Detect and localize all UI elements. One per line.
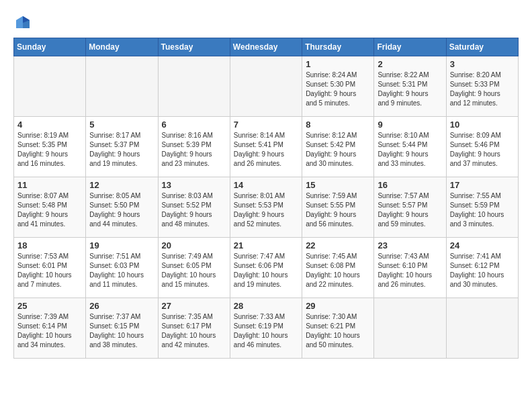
day-number: 23 bbox=[378, 240, 442, 250]
day-info: Sunrise: 7:39 AM Sunset: 6:14 PM Dayligh… bbox=[17, 312, 82, 350]
calendar-cell: 17Sunrise: 7:55 AM Sunset: 5:59 PM Dayli… bbox=[446, 177, 518, 238]
calendar-cell: 6Sunrise: 8:16 AM Sunset: 5:39 PM Daylig… bbox=[158, 117, 230, 177]
calendar-cell: 10Sunrise: 8:09 AM Sunset: 5:46 PM Dayli… bbox=[446, 117, 518, 177]
day-number: 4 bbox=[17, 120, 82, 130]
day-info: Sunrise: 8:03 AM Sunset: 5:52 PM Dayligh… bbox=[162, 191, 226, 229]
calendar-cell: 4Sunrise: 8:19 AM Sunset: 5:35 PM Daylig… bbox=[14, 117, 86, 177]
calendar-cell: 2Sunrise: 8:22 AM Sunset: 5:31 PM Daylig… bbox=[374, 56, 446, 117]
day-number: 20 bbox=[162, 240, 226, 250]
calendar-cell: 9Sunrise: 8:10 AM Sunset: 5:44 PM Daylig… bbox=[374, 117, 446, 177]
calendar-cell: 11Sunrise: 8:07 AM Sunset: 5:48 PM Dayli… bbox=[14, 177, 86, 238]
calendar-week-row: 25Sunrise: 7:39 AM Sunset: 6:14 PM Dayli… bbox=[14, 298, 519, 359]
day-number: 10 bbox=[450, 120, 515, 130]
calendar-header-row: SundayMondayTuesdayWednesdayThursdayFrid… bbox=[14, 38, 519, 56]
calendar-cell: 13Sunrise: 8:03 AM Sunset: 5:52 PM Dayli… bbox=[158, 177, 230, 238]
day-number: 29 bbox=[306, 301, 370, 311]
day-info: Sunrise: 8:05 AM Sunset: 5:50 PM Dayligh… bbox=[89, 191, 154, 229]
calendar-cell bbox=[230, 56, 302, 117]
calendar-cell: 12Sunrise: 8:05 AM Sunset: 5:50 PM Dayli… bbox=[86, 177, 158, 238]
day-number: 7 bbox=[234, 120, 298, 130]
day-number: 5 bbox=[89, 120, 154, 130]
day-info: Sunrise: 7:55 AM Sunset: 5:59 PM Dayligh… bbox=[450, 191, 515, 229]
day-number: 16 bbox=[378, 180, 442, 190]
day-info: Sunrise: 7:45 AM Sunset: 6:08 PM Dayligh… bbox=[306, 252, 370, 289]
day-info: Sunrise: 8:20 AM Sunset: 5:33 PM Dayligh… bbox=[450, 71, 515, 108]
calendar-week-row: 11Sunrise: 8:07 AM Sunset: 5:48 PM Dayli… bbox=[14, 177, 519, 238]
day-number: 13 bbox=[162, 180, 226, 190]
day-number: 12 bbox=[89, 180, 154, 190]
calendar-cell: 29Sunrise: 7:30 AM Sunset: 6:21 PM Dayli… bbox=[302, 298, 374, 359]
day-info: Sunrise: 8:22 AM Sunset: 5:31 PM Dayligh… bbox=[378, 71, 442, 108]
day-info: Sunrise: 8:09 AM Sunset: 5:46 PM Dayligh… bbox=[450, 131, 515, 169]
day-number: 6 bbox=[162, 120, 226, 130]
header-day-saturday: Saturday bbox=[446, 38, 518, 56]
logo-icon bbox=[13, 13, 32, 32]
day-info: Sunrise: 7:47 AM Sunset: 6:06 PM Dayligh… bbox=[234, 252, 298, 289]
day-number: 19 bbox=[89, 240, 154, 250]
logo bbox=[13, 13, 34, 32]
header-day-friday: Friday bbox=[374, 38, 446, 56]
day-info: Sunrise: 8:10 AM Sunset: 5:44 PM Dayligh… bbox=[378, 131, 442, 169]
calendar-cell bbox=[158, 56, 230, 117]
calendar-cell: 3Sunrise: 8:20 AM Sunset: 5:33 PM Daylig… bbox=[446, 56, 518, 117]
calendar-cell: 20Sunrise: 7:49 AM Sunset: 6:05 PM Dayli… bbox=[158, 238, 230, 298]
calendar-week-row: 4Sunrise: 8:19 AM Sunset: 5:35 PM Daylig… bbox=[14, 117, 519, 177]
day-number: 21 bbox=[234, 240, 298, 250]
day-number: 22 bbox=[306, 240, 370, 250]
calendar-cell: 16Sunrise: 7:57 AM Sunset: 5:57 PM Dayli… bbox=[374, 177, 446, 238]
calendar-table: SundayMondayTuesdayWednesdayThursdayFrid… bbox=[13, 38, 519, 359]
day-info: Sunrise: 8:16 AM Sunset: 5:39 PM Dayligh… bbox=[162, 131, 226, 169]
day-info: Sunrise: 8:17 AM Sunset: 5:37 PM Dayligh… bbox=[89, 131, 154, 169]
day-number: 8 bbox=[306, 120, 370, 130]
day-info: Sunrise: 7:49 AM Sunset: 6:05 PM Dayligh… bbox=[162, 252, 226, 289]
day-number: 9 bbox=[378, 120, 442, 130]
header-day-monday: Monday bbox=[86, 38, 158, 56]
calendar-cell: 23Sunrise: 7:43 AM Sunset: 6:10 PM Dayli… bbox=[374, 238, 446, 298]
day-number: 25 bbox=[17, 301, 82, 311]
calendar-cell: 8Sunrise: 8:12 AM Sunset: 5:42 PM Daylig… bbox=[302, 117, 374, 177]
header-day-wednesday: Wednesday bbox=[230, 38, 302, 56]
calendar-cell: 18Sunrise: 7:53 AM Sunset: 6:01 PM Dayli… bbox=[14, 238, 86, 298]
calendar-cell: 27Sunrise: 7:35 AM Sunset: 6:17 PM Dayli… bbox=[158, 298, 230, 359]
header-day-thursday: Thursday bbox=[302, 38, 374, 56]
day-info: Sunrise: 7:51 AM Sunset: 6:03 PM Dayligh… bbox=[89, 252, 154, 289]
day-info: Sunrise: 7:57 AM Sunset: 5:57 PM Dayligh… bbox=[378, 191, 442, 229]
calendar-cell: 19Sunrise: 7:51 AM Sunset: 6:03 PM Dayli… bbox=[86, 238, 158, 298]
header-day-tuesday: Tuesday bbox=[158, 38, 230, 56]
day-number: 18 bbox=[17, 240, 82, 250]
day-number: 24 bbox=[450, 240, 515, 250]
calendar-cell: 24Sunrise: 7:41 AM Sunset: 6:12 PM Dayli… bbox=[446, 238, 518, 298]
calendar-cell bbox=[14, 56, 86, 117]
day-info: Sunrise: 7:30 AM Sunset: 6:21 PM Dayligh… bbox=[306, 312, 370, 350]
calendar-cell: 25Sunrise: 7:39 AM Sunset: 6:14 PM Dayli… bbox=[14, 298, 86, 359]
calendar-cell: 5Sunrise: 8:17 AM Sunset: 5:37 PM Daylig… bbox=[86, 117, 158, 177]
calendar-cell: 15Sunrise: 7:59 AM Sunset: 5:55 PM Dayli… bbox=[302, 177, 374, 238]
day-number: 26 bbox=[89, 301, 154, 311]
day-info: Sunrise: 8:07 AM Sunset: 5:48 PM Dayligh… bbox=[17, 191, 82, 229]
day-number: 2 bbox=[378, 59, 442, 69]
header-day-sunday: Sunday bbox=[14, 38, 86, 56]
calendar-cell bbox=[446, 298, 518, 359]
day-info: Sunrise: 7:43 AM Sunset: 6:10 PM Dayligh… bbox=[378, 252, 442, 289]
calendar-cell: 14Sunrise: 8:01 AM Sunset: 5:53 PM Dayli… bbox=[230, 177, 302, 238]
calendar-cell: 1Sunrise: 8:24 AM Sunset: 5:30 PM Daylig… bbox=[302, 56, 374, 117]
day-number: 27 bbox=[162, 301, 226, 311]
day-number: 1 bbox=[306, 59, 370, 69]
day-info: Sunrise: 7:37 AM Sunset: 6:15 PM Dayligh… bbox=[89, 312, 154, 350]
day-info: Sunrise: 7:41 AM Sunset: 6:12 PM Dayligh… bbox=[450, 252, 515, 289]
svg-marker-2 bbox=[16, 16, 23, 28]
calendar-cell bbox=[86, 56, 158, 117]
calendar-cell: 28Sunrise: 7:33 AM Sunset: 6:19 PM Dayli… bbox=[230, 298, 302, 359]
calendar-cell bbox=[374, 298, 446, 359]
day-info: Sunrise: 8:14 AM Sunset: 5:41 PM Dayligh… bbox=[234, 131, 298, 169]
calendar-cell: 26Sunrise: 7:37 AM Sunset: 6:15 PM Dayli… bbox=[86, 298, 158, 359]
day-number: 28 bbox=[234, 301, 298, 311]
calendar-week-row: 1Sunrise: 8:24 AM Sunset: 5:30 PM Daylig… bbox=[14, 56, 519, 117]
day-info: Sunrise: 7:53 AM Sunset: 6:01 PM Dayligh… bbox=[17, 252, 82, 289]
page-header bbox=[13, 11, 519, 32]
calendar-cell: 7Sunrise: 8:14 AM Sunset: 5:41 PM Daylig… bbox=[230, 117, 302, 177]
day-info: Sunrise: 7:33 AM Sunset: 6:19 PM Dayligh… bbox=[234, 312, 298, 350]
day-number: 11 bbox=[17, 180, 82, 190]
day-info: Sunrise: 7:35 AM Sunset: 6:17 PM Dayligh… bbox=[162, 312, 226, 350]
day-info: Sunrise: 8:01 AM Sunset: 5:53 PM Dayligh… bbox=[234, 191, 298, 229]
